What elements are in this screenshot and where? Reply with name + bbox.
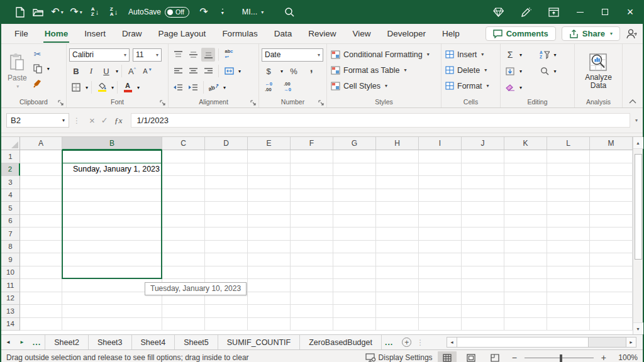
cell-A11[interactable]	[20, 279, 62, 292]
expand-formula-bar-icon[interactable]: ▾	[635, 118, 638, 123]
normal-view-button[interactable]	[438, 351, 457, 362]
underline-button[interactable]: U	[99, 64, 113, 78]
cell-F9[interactable]	[291, 253, 333, 266]
sheet-tab-sheet4[interactable]: Sheet4	[131, 335, 175, 349]
cell-D1[interactable]	[205, 150, 248, 163]
cells-menu-item-delete[interactable]: Delete ▾	[444, 62, 497, 78]
font-color-button[interactable]: A	[121, 80, 135, 94]
cell-I1[interactable]	[419, 150, 462, 163]
scroll-down-button[interactable]: ▼	[633, 322, 643, 334]
previous-sheet-button[interactable]: ◄	[1, 339, 15, 345]
sort-filter-button[interactable]: AZ ▾	[538, 47, 572, 63]
cell-F1[interactable]	[291, 150, 333, 163]
cell-K9[interactable]	[504, 253, 547, 266]
new-file-icon[interactable]	[10, 3, 29, 21]
fill-color-button[interactable]	[95, 80, 109, 94]
percent-style-button[interactable]: %	[287, 64, 301, 78]
ribbon-tab-developer[interactable]: Developer	[379, 25, 434, 43]
cell-I8[interactable]	[419, 241, 462, 254]
analyze-data-button[interactable]: Analyze Data	[581, 47, 616, 96]
cell-H3[interactable]	[376, 176, 419, 189]
autosave-toggle[interactable]: Off	[165, 7, 189, 18]
row-header-4[interactable]: 4	[1, 189, 20, 202]
cell-K3[interactable]	[504, 176, 547, 189]
cell-C2[interactable]	[162, 163, 205, 177]
cell-J1[interactable]	[462, 150, 504, 163]
cell-B14[interactable]	[62, 318, 162, 331]
cell-A4[interactable]	[20, 189, 62, 202]
cell-G8[interactable]	[333, 241, 376, 254]
cell-M2[interactable]	[590, 163, 633, 177]
cell-L9[interactable]	[547, 253, 590, 266]
column-header-d[interactable]: D	[205, 137, 248, 150]
ribbon-tab-data[interactable]: Data	[266, 25, 301, 43]
cell-L8[interactable]	[547, 241, 590, 254]
collapse-ribbon-button[interactable]	[623, 44, 643, 107]
column-header-i[interactable]: I	[419, 137, 462, 150]
cell-J6[interactable]	[462, 215, 504, 228]
row-header-9[interactable]: 9	[1, 253, 20, 266]
minimize-button[interactable]	[567, 0, 592, 24]
cell-B13[interactable]	[62, 305, 162, 318]
cell-E2[interactable]	[248, 163, 291, 177]
cell-D4[interactable]	[205, 189, 248, 202]
cell-J13[interactable]	[462, 305, 504, 318]
underline-dropdown-icon[interactable]: ▾	[116, 69, 118, 74]
orientation-dropdown-icon[interactable]: ▾	[223, 85, 226, 90]
cell-F6[interactable]	[291, 215, 333, 228]
cell-H13[interactable]	[376, 305, 419, 318]
cell-M7[interactable]	[590, 228, 633, 241]
font-family-select[interactable]: Calibri ▾	[69, 48, 130, 62]
column-header-k[interactable]: K	[504, 137, 547, 150]
cell-E10[interactable]	[248, 266, 291, 280]
redo-button[interactable]: ↷ ▾	[67, 3, 86, 21]
sheet-tab-sheet5[interactable]: Sheet5	[174, 335, 218, 349]
document-title[interactable]: MI... ▾	[242, 8, 264, 16]
cell-J10[interactable]	[462, 266, 504, 280]
row-header-7[interactable]: 7	[1, 228, 20, 241]
cell-F11[interactable]	[291, 279, 333, 292]
name-box-dropdown-icon[interactable]: ▾	[62, 118, 65, 123]
cell-G9[interactable]	[333, 253, 376, 266]
scroll-right-button[interactable]: ►	[626, 337, 636, 348]
row-header-10[interactable]: 10	[1, 266, 20, 280]
cell-B1[interactable]	[62, 150, 162, 163]
cell-F2[interactable]	[291, 163, 333, 177]
zoom-slider[interactable]	[525, 358, 594, 358]
paste-dropdown-icon[interactable]: ▾	[16, 84, 19, 89]
redo-dropdown-icon[interactable]: ▾	[80, 9, 82, 15]
zoom-level[interactable]: 100%	[614, 353, 638, 362]
cell-G13[interactable]	[333, 305, 376, 318]
cell-D13[interactable]	[205, 305, 248, 318]
column-header-h[interactable]: H	[376, 137, 419, 150]
cell-D6[interactable]	[205, 215, 248, 228]
cell-M8[interactable]	[590, 241, 633, 254]
cell-G4[interactable]	[333, 189, 376, 202]
cell-J9[interactable]	[462, 253, 504, 266]
cell-D2[interactable]	[205, 163, 248, 177]
clear-dropdown-icon[interactable]: ▾	[519, 85, 522, 90]
ribbon-tab-draw[interactable]: Draw	[114, 25, 150, 43]
cell-G2[interactable]	[333, 163, 376, 177]
cell-K7[interactable]	[504, 228, 547, 241]
cell-B8[interactable]	[62, 241, 162, 254]
cell-L2[interactable]	[547, 163, 590, 177]
row-header-1[interactable]: 1	[1, 150, 20, 163]
orientation-button[interactable]: ab↗	[207, 80, 221, 94]
autosum-button[interactable]: Σ ▾	[503, 47, 538, 63]
row-header-13[interactable]: 13	[1, 305, 20, 318]
merge-center-dropdown-icon[interactable]: ▾	[238, 69, 241, 74]
cell-D10[interactable]	[205, 266, 248, 280]
cell-E12[interactable]	[248, 292, 291, 305]
zoom-in-button[interactable]: +	[599, 353, 609, 362]
cell-H6[interactable]	[376, 215, 419, 228]
find-select-dropdown-icon[interactable]: ▾	[554, 69, 557, 74]
editing-mode-button[interactable]	[512, 3, 540, 21]
cell-I3[interactable]	[419, 176, 462, 189]
accounting-dropdown-icon[interactable]: ▾	[280, 69, 283, 74]
cell-L6[interactable]	[547, 215, 590, 228]
cell-A12[interactable]	[20, 292, 62, 305]
cell-I4[interactable]	[419, 189, 462, 202]
sort-filter-dropdown-icon[interactable]: ▾	[554, 52, 557, 58]
scroll-left-button[interactable]: ◄	[447, 337, 457, 348]
